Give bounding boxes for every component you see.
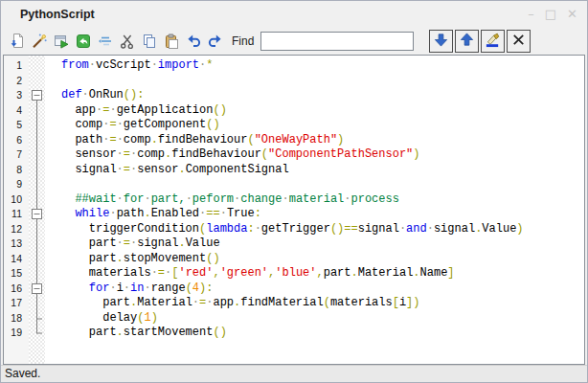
editor-line: 3def·OnRun(): <box>4 88 584 103</box>
redo-icon <box>207 33 224 50</box>
code-line-text[interactable]: signal·=·sensor.ComponentSignal <box>45 163 289 178</box>
status-text: Saved. <box>5 367 40 380</box>
editor-line: 15 materials·=·['red','green','blue',par… <box>4 266 584 282</box>
fold-collapse-marker[interactable] <box>29 207 45 222</box>
line-number: 6 <box>4 133 29 148</box>
line-number: 19 <box>4 326 29 341</box>
code-line-text[interactable]: path·=·comp.findBehaviour("OneWayPath") <box>45 133 344 148</box>
fold-guide <box>29 252 45 267</box>
import-file-icon <box>9 33 26 50</box>
editor-line: 7 sensor·=·comp.findBehaviour("Component… <box>4 147 584 163</box>
code-line-text[interactable] <box>45 74 61 89</box>
edit-wand-icon <box>31 33 48 50</box>
code-line-text[interactable]: materials·=·['red','green','blue',part.M… <box>45 266 455 282</box>
window-title: PythonScript <box>20 8 95 21</box>
undo-icon <box>185 33 202 50</box>
export-green-button[interactable] <box>72 30 94 53</box>
fold-guide <box>29 74 45 89</box>
fold-guide <box>29 118 45 133</box>
indent-button[interactable] <box>94 30 116 53</box>
fold-guide <box>29 311 45 327</box>
line-number: 8 <box>4 163 29 178</box>
export-green-icon <box>75 33 92 50</box>
copy-button[interactable] <box>138 30 160 53</box>
fold-guide <box>29 326 45 341</box>
line-number: 18 <box>4 311 29 327</box>
code-line-text[interactable]: part.startMovement() <box>45 326 227 341</box>
editor-line: 4 app·=·getApplication() <box>4 103 584 119</box>
code-line-text[interactable]: triggerCondition(lambda:·getTrigger()==s… <box>45 222 524 237</box>
status-bar: Saved. <box>1 365 587 382</box>
find-previous-button[interactable] <box>455 30 479 53</box>
fold-guide <box>29 133 45 148</box>
line-number: 7 <box>4 147 29 163</box>
clear-highlight-button[interactable] <box>507 30 531 53</box>
cut-icon <box>119 33 136 50</box>
code-line-text[interactable]: ##wait·for·part,·peform·change·material·… <box>45 192 399 208</box>
code-line-text[interactable] <box>45 177 61 192</box>
code-line-text[interactable]: for·i·in·range(4): <box>45 282 213 297</box>
code-line-text[interactable]: sensor·=·comp.findBehaviour("ComponentPa… <box>45 147 420 163</box>
run-script-button[interactable] <box>50 30 72 53</box>
code-line-text[interactable]: app·=·getApplication() <box>45 103 227 119</box>
close-button[interactable]: ✕ <box>567 8 577 20</box>
cut-button[interactable] <box>116 30 138 53</box>
line-number: 17 <box>4 296 29 311</box>
find-label: Find <box>232 34 254 48</box>
copy-icon <box>141 33 158 50</box>
editor-line: 9 <box>4 177 584 192</box>
editor-line: 18 delay(1) <box>4 311 584 327</box>
editor-line: 12 triggerCondition(lambda:·getTrigger()… <box>4 222 584 237</box>
find-next-button[interactable] <box>429 30 453 53</box>
title-bar: PythonScript –□✕ <box>1 1 587 27</box>
fold-collapse-marker[interactable] <box>29 282 45 297</box>
line-number: 9 <box>4 177 29 192</box>
fold-guide <box>29 222 45 237</box>
code-line-text[interactable]: while·path.Enabled·==·True: <box>45 207 261 222</box>
code-line-text[interactable]: part·=·signal.Value <box>45 237 220 252</box>
editor-lines: 1from·vcScript·import·*23def·OnRun():4 a… <box>4 56 584 341</box>
fold-guide <box>29 266 45 282</box>
editor-line: 8 signal·=·sensor.ComponentSignal <box>4 163 584 178</box>
clear-highlight-icon <box>510 32 527 51</box>
paste-button[interactable] <box>160 30 182 53</box>
undo-button[interactable] <box>182 30 204 53</box>
editor-line: 17 part.Material·=·app.findMaterial(mate… <box>4 296 584 311</box>
code-line-text[interactable]: delay(1) <box>45 311 158 327</box>
code-line-text[interactable]: part.stopMovement() <box>45 252 220 267</box>
indent-icon <box>97 33 114 50</box>
find-input[interactable] <box>260 32 414 51</box>
minimize-button[interactable]: – <box>528 8 534 20</box>
highlight-all-icon <box>485 32 501 51</box>
line-number: 15 <box>4 266 29 282</box>
editor-line: 6 path·=·comp.findBehaviour("OneWayPath"… <box>4 133 584 148</box>
line-number: 11 <box>4 207 29 222</box>
code-line-text[interactable]: from·vcScript·import·* <box>45 58 213 74</box>
fold-guide <box>29 296 45 311</box>
line-number: 3 <box>4 88 29 103</box>
toolbar: Find <box>1 27 587 55</box>
fold-guide <box>29 237 45 252</box>
line-number: 2 <box>4 74 29 89</box>
editor-line: 13 part·=·signal.Value <box>4 237 584 252</box>
fold-collapse-marker[interactable] <box>29 88 45 103</box>
line-number: 1 <box>4 58 29 74</box>
code-line-text[interactable]: part.Material·=·app.findMaterial(materia… <box>45 296 420 311</box>
toolbar-icons <box>6 30 226 53</box>
pythonscript-window: PythonScript –□✕ Find 1from·vcScript·imp… <box>0 0 588 383</box>
editor-line: 2 <box>4 74 584 89</box>
code-line-text[interactable]: def·OnRun(): <box>45 88 144 103</box>
import-file-button[interactable] <box>6 30 28 53</box>
edit-wand-button[interactable] <box>28 30 50 53</box>
code-editor[interactable]: 1from·vcScript·import·*23def·OnRun():4 a… <box>3 55 585 365</box>
highlight-all-button[interactable] <box>481 30 505 53</box>
fold-guide <box>29 58 45 74</box>
editor-line: 16 for·i·in·range(4): <box>4 282 584 297</box>
editor-line: 19 part.startMovement() <box>4 326 584 341</box>
editor-line: 11 while·path.Enabled·==·True: <box>4 207 584 222</box>
maximize-button[interactable]: □ <box>545 8 556 20</box>
find-next-icon <box>433 32 449 51</box>
line-number: 4 <box>4 103 29 119</box>
code-line-text[interactable]: comp·=·getComponent() <box>45 118 220 133</box>
redo-button[interactable] <box>204 30 226 53</box>
